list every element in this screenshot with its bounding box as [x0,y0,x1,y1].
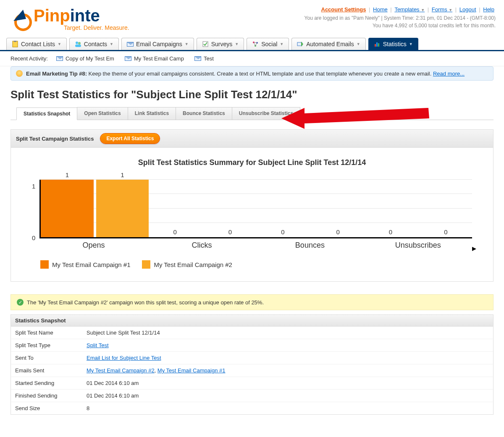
chevron-down-icon: ▼ [357,42,360,46]
envelope-icon [127,42,134,47]
page-title: Split Test Statistics for "Subject Line … [0,86,504,107]
stats-header-bar: Split Test Campaign Statistics Export Al… [10,129,494,148]
table-row: Finished Sending01 Dec 2014 6:10 am [11,390,493,402]
tab-statistics[interactable]: Statistics ▼ [368,38,418,50]
svg-rect-11 [375,44,376,47]
stats-snapshot-table: Statistics Snapshot Split Test NameSubje… [10,314,494,415]
main-nav: Contact Lists ▼ Contacts ▼ Email Campaig… [0,38,504,51]
social-icon [252,41,259,47]
svg-rect-1 [13,41,18,47]
table-value: 8 [87,405,89,411]
table-value: Email List for Subject Line Test [87,355,161,361]
svg-point-4 [78,42,81,44]
table-link[interactable]: Split Test [87,342,109,348]
chart-bar-label: 0 [364,228,417,236]
link-home[interactable]: Home [373,6,388,13]
link-templates[interactable]: Templates ▼ [394,6,425,13]
svg-rect-13 [378,43,379,47]
svg-rect-2 [14,41,16,42]
envelope-icon [56,56,63,61]
table-row: Emails SentMy Test Email Campaign #2, My… [11,364,493,377]
brand-name: Pinpinte [34,6,129,25]
table-link[interactable]: Email List for Subject Line Test [87,355,161,361]
chart-body: 11000000 OpensClicksBouncesUnsubscribes [39,180,472,250]
subtab-link-statistics[interactable]: Link Statistics [128,107,176,120]
table-row: Started Sending01 Dec 2014 6:10 am [11,377,493,390]
chart-category-group: 00 [149,180,257,237]
table-link[interactable]: My Test Email Campaign #2 [87,367,155,374]
tab-contact-lists[interactable]: Contact Lists ▼ [6,38,67,50]
table-key: Sent To [15,355,87,361]
chart-bar-label: 0 [204,228,256,236]
link-forms[interactable]: Forms ▼ [432,6,452,13]
recent-item[interactable]: Copy of My Test Em [56,55,114,62]
tip-read-more[interactable]: Read more... [433,71,465,77]
chevron-down-icon: ▼ [409,42,413,46]
table-key: Finished Sending [15,393,87,399]
legend-label: My Test Email Campaign #2 [154,261,232,268]
check-icon: ✓ [17,299,24,306]
legend-item: My Test Email Campaign #2 [142,260,232,269]
table-key: Started Sending [15,380,87,386]
chevron-down-icon: ▼ [449,8,452,12]
chart-legend: My Test Email Campaign #1My Test Email C… [40,260,485,269]
people-icon [75,41,81,47]
svg-rect-5 [75,44,81,47]
subtab-open-statistics[interactable]: Open Statistics [77,107,128,120]
legend-item: My Test Email Campaign #1 [40,260,130,269]
pinpointe-logo-icon [8,6,34,31]
chart-bar-label: 0 [420,228,472,236]
chevron-down-icon: ▼ [185,42,189,46]
header-credits: You have 4,992 of 5,000 total credits le… [304,22,496,29]
stats-header-label: Split Test Campaign Statistics [16,136,94,142]
legend-swatch [142,260,150,269]
subtab-bounce-statistics[interactable]: Bounce Statistics [176,107,232,120]
tip-body: Keep the theme of your email campaigns c… [87,71,433,77]
table-row: Split Test NameSubject Line Split Test 1… [11,327,493,339]
link-logout[interactable]: Logout [459,6,476,13]
chevron-down-icon: ▼ [280,42,284,46]
chart-bar: 0 [420,237,472,237]
chart-bar: 1 [41,180,93,237]
recent-item[interactable]: Test [194,55,214,62]
tab-contacts[interactable]: Contacts ▼ [69,38,119,50]
subtab-unsubscribe-statistics[interactable]: Unsubscribe Statistics [232,107,300,120]
chevron-down-icon: ▼ [58,42,61,46]
export-all-button[interactable]: Export All Statistics [100,133,160,144]
chart-y-axis: 1 0 [32,183,39,241]
tab-social[interactable]: Social ▼ [247,38,289,50]
chart-bar: 0 [312,237,364,237]
chart-bar-label: 0 [312,228,364,236]
bar-chart-icon [374,41,381,47]
envelope-icon [125,56,131,61]
chart-bar: 0 [204,237,256,237]
chart-category-group: 00 [257,180,365,237]
legend-swatch [40,260,49,269]
chart-bar-label: 1 [41,171,93,178]
chart-bar-label: 0 [257,228,309,236]
tip-title: Email Marketing Tip #8: [26,71,87,77]
table-link[interactable]: My Test Email Campaign #1 [158,367,226,374]
tab-email-campaigns[interactable]: Email Campaigns ▼ [121,38,194,50]
table-value: Split Test [87,342,109,348]
table-value: 01 Dec 2014 6:10 am [87,393,139,399]
chevron-down-icon: ▼ [110,42,113,46]
tab-automated-emails[interactable]: Automated Emails ▼ [291,38,366,50]
winner-text: The 'My Test Email Campaign #2' campaign… [27,299,264,306]
chart-bar: 0 [364,237,417,237]
envelope-icon [194,56,201,61]
table-value: My Test Email Campaign #2, My Test Email… [87,367,225,374]
link-account-settings[interactable]: Account Settings [321,6,366,13]
chart-bar-label: 0 [149,228,201,236]
subtab-statistics-snapshot[interactable]: Statistics Snapshot [16,107,77,120]
chart-x-label: Bounces [256,241,364,250]
chart-bar-label: 1 [96,171,149,178]
recent-item[interactable]: My Test Email Camp [125,55,184,62]
chart-category-group: 00 [364,180,472,237]
chart-x-label: Opens [39,241,147,250]
winner-bar: ✓ The 'My Test Email Campaign #2' campai… [10,294,494,310]
table-value: 01 Dec 2014 6:10 am [87,380,139,386]
link-help[interactable]: Help [483,6,494,13]
survey-icon [202,41,209,47]
tab-surveys[interactable]: Surveys ▼ [197,38,244,50]
